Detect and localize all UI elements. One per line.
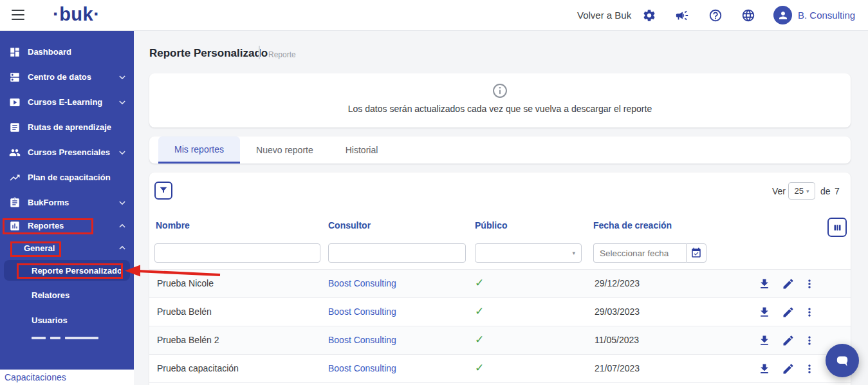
edit-icon[interactable] bbox=[782, 277, 795, 290]
tab-nuevo-reporte[interactable]: Nuevo reporte bbox=[240, 136, 329, 164]
back-to-buk-link[interactable]: Volver a Buk bbox=[577, 10, 631, 21]
sidebar-item-relatores[interactable]: Relatores bbox=[0, 282, 134, 308]
column-header-fecha[interactable]: Fecha de creación bbox=[593, 220, 672, 230]
creation-date: 11/05/2023 bbox=[595, 335, 639, 345]
top-bar: ·buk· Volver a Buk B. Consulting bbox=[0, 0, 868, 31]
sidebar-item-rutas-de-aprendizaje[interactable]: Rutas de aprendizaje bbox=[0, 115, 134, 140]
clipped-menu-item bbox=[65, 337, 98, 339]
table-row: Prueba Nicole Boost Consulting ✓ 29/12/2… bbox=[149, 269, 851, 297]
creation-date: 29/03/2023 bbox=[595, 306, 640, 317]
sidebar-item-cursos-presenciales[interactable]: Cursos Presenciales bbox=[0, 140, 134, 165]
more-options-icon[interactable] bbox=[803, 362, 816, 375]
module-label: Capacitaciones bbox=[5, 372, 66, 382]
page-size-select[interactable]: 25 ▾ bbox=[788, 182, 815, 200]
sidebar-item-bukforms[interactable]: BukForms bbox=[0, 190, 134, 215]
tab-historial[interactable]: Historial bbox=[329, 136, 394, 164]
pagination-ver-label: Ver bbox=[772, 186, 786, 196]
tabs-bar: Mis reportes Nuevo reporte Historial bbox=[149, 136, 851, 164]
public-check-icon: ✓ bbox=[475, 361, 484, 374]
sidebar-item-usuarios[interactable]: Usuarios bbox=[0, 308, 134, 332]
in-person-courses-icon bbox=[9, 147, 21, 158]
fecha-filter-group bbox=[593, 243, 706, 263]
column-header-publico[interactable]: Público bbox=[475, 220, 508, 230]
filter-button[interactable] bbox=[154, 182, 172, 200]
table-row: Prueba capacitación Boost Consulting ✓ 2… bbox=[149, 354, 851, 382]
pagination-de-label: de bbox=[820, 186, 831, 196]
sidebar-item-centro-de-datos[interactable]: Centro de datos bbox=[0, 64, 134, 89]
consultant-link[interactable]: Boost Consulting bbox=[328, 335, 396, 345]
forms-icon bbox=[9, 197, 21, 209]
pagination-total: 7 bbox=[835, 186, 840, 196]
chevron-up-icon bbox=[119, 223, 125, 229]
user-avatar[interactable] bbox=[773, 6, 792, 24]
person-icon bbox=[777, 10, 789, 21]
tab-mis-reportes[interactable]: Mis reportes bbox=[158, 136, 240, 164]
report-name: Prueba Belén 2 bbox=[157, 335, 219, 345]
breadcrumb: Reporte bbox=[268, 50, 296, 59]
report-name: Prueba Belén bbox=[157, 306, 212, 317]
chat-launcher-button[interactable] bbox=[826, 344, 859, 377]
download-icon[interactable] bbox=[758, 362, 771, 375]
table-row: Prueba Belén 2 Boost Consulting ✓ 11/05/… bbox=[149, 326, 851, 354]
chat-bubble-icon bbox=[834, 352, 851, 369]
creation-date: 29/12/2023 bbox=[595, 278, 640, 288]
sidebar-item-general[interactable]: General bbox=[0, 236, 134, 259]
chevron-down-icon bbox=[119, 149, 125, 156]
hamburger-menu-icon[interactable] bbox=[12, 10, 24, 20]
edit-icon[interactable] bbox=[782, 362, 795, 375]
training-plan-icon bbox=[9, 172, 21, 183]
elearning-icon bbox=[9, 97, 21, 108]
settings-gear-icon[interactable] bbox=[642, 8, 656, 23]
clipped-menu-item bbox=[50, 337, 60, 339]
info-icon bbox=[492, 82, 508, 102]
consultant-link[interactable]: Boost Consulting bbox=[328, 278, 396, 288]
download-icon[interactable] bbox=[758, 334, 771, 347]
consultor-filter-input[interactable] bbox=[328, 243, 466, 263]
chevron-up-icon bbox=[119, 245, 125, 251]
fecha-filter-input[interactable] bbox=[593, 243, 686, 263]
columns-icon bbox=[833, 223, 842, 232]
download-icon[interactable] bbox=[758, 277, 771, 290]
public-check-icon: ✓ bbox=[475, 276, 484, 289]
language-globe-icon[interactable] bbox=[741, 8, 755, 23]
data-center-icon bbox=[9, 71, 21, 83]
info-banner: Los datos serán actualizados cada vez qu… bbox=[149, 73, 851, 127]
row-divider bbox=[149, 382, 851, 383]
consultant-link[interactable]: Boost Consulting bbox=[328, 306, 396, 317]
funnel-icon bbox=[158, 185, 169, 196]
more-options-icon[interactable] bbox=[803, 334, 816, 347]
publico-filter-select[interactable]: ▾ bbox=[475, 243, 582, 263]
chevron-down-icon bbox=[119, 200, 125, 206]
download-icon[interactable] bbox=[758, 306, 771, 319]
date-picker-button[interactable] bbox=[686, 243, 706, 263]
consultant-link[interactable]: Boost Consulting bbox=[328, 363, 396, 373]
sidebar-item-reportes[interactable]: Reportes bbox=[0, 215, 134, 236]
caret-down-icon: ▾ bbox=[572, 250, 575, 256]
breadcrumb-separator bbox=[259, 46, 260, 59]
column-header-nombre[interactable]: Nombre bbox=[156, 220, 190, 230]
sidebar-item-reporte-personalizado[interactable]: Reporte Personalizado bbox=[0, 259, 134, 282]
edit-icon[interactable] bbox=[782, 334, 795, 347]
clipped-menu-item bbox=[32, 337, 46, 339]
edit-icon[interactable] bbox=[782, 306, 795, 319]
calendar-icon bbox=[690, 247, 702, 259]
nombre-filter-input[interactable] bbox=[154, 243, 320, 263]
public-check-icon: ✓ bbox=[475, 333, 484, 346]
account-name[interactable]: B. Consulting bbox=[798, 10, 855, 21]
chevron-down-icon bbox=[119, 99, 125, 106]
column-settings-button[interactable] bbox=[827, 218, 847, 237]
sidebar-item-dashboard[interactable]: Dashboard bbox=[0, 39, 134, 64]
sidebar-item-cursos-elearning[interactable]: Cursos E-Learning bbox=[0, 89, 134, 115]
column-header-consultor[interactable]: Consultor bbox=[328, 220, 371, 230]
chevron-down-icon bbox=[119, 74, 125, 80]
creation-date: 21/07/2023 bbox=[595, 363, 640, 373]
sidebar-item-plan-de-capacitacion[interactable]: Plan de capacitación bbox=[0, 165, 134, 190]
reports-table-card: Ver 25 ▾ de 7 Nombre Consultor Público F… bbox=[149, 173, 851, 385]
more-options-icon[interactable] bbox=[803, 277, 816, 290]
help-icon[interactable] bbox=[708, 8, 723, 23]
table-row: Prueba Belén Boost Consulting ✓ 29/03/20… bbox=[149, 297, 851, 326]
more-options-icon[interactable] bbox=[803, 306, 816, 319]
caret-down-icon: ▾ bbox=[806, 188, 809, 194]
dashboard-icon bbox=[9, 46, 21, 58]
announcements-megaphone-icon[interactable] bbox=[675, 8, 689, 23]
